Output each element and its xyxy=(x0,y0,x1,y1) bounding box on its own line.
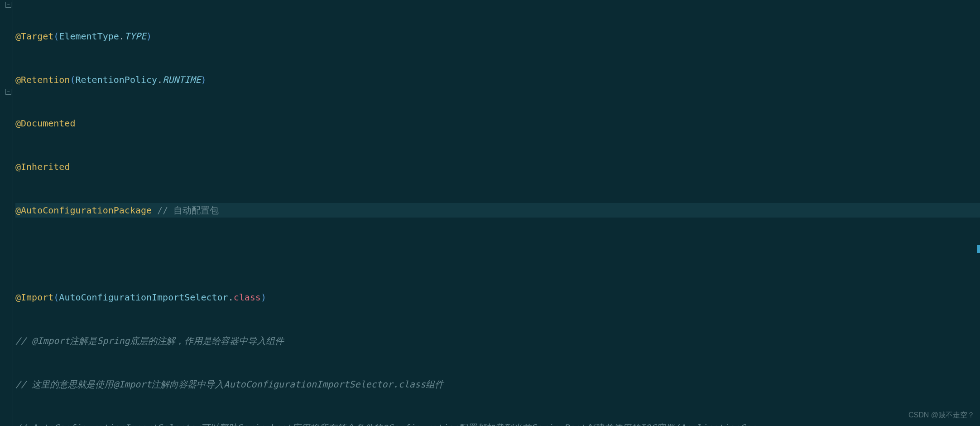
fold-marker-icon[interactable]: − xyxy=(5,2,11,8)
annotation: @Import xyxy=(15,292,53,303)
comment: // @Import注解是Spring底层的注解，作用是给容器中导入组件 xyxy=(15,335,284,346)
code-line: // 这里的意思就是使用@Import注解向容器中导入AutoConfigura… xyxy=(15,377,980,392)
code-line: // AutoConfigurationImportSelector可以帮助Sp… xyxy=(15,421,980,426)
keyword: class xyxy=(234,292,261,303)
type-ref: ElementType xyxy=(59,31,119,42)
code-line-highlighted: @AutoConfigurationPackage // 自动配置包 xyxy=(15,203,980,218)
paren: ( xyxy=(53,31,59,42)
annotation: @Documented xyxy=(15,118,75,129)
fold-marker-icon[interactable]: − xyxy=(5,89,11,95)
code-editor[interactable]: − − @Target(ElementType.TYPE) @Retention… xyxy=(0,0,980,426)
code-line: @Documented xyxy=(15,116,980,131)
code-line: @Import(AutoConfigurationImportSelector.… xyxy=(15,290,980,305)
code-line: @Target(ElementType.TYPE) xyxy=(15,29,980,44)
annotation: @Target xyxy=(15,31,53,42)
annotation: @Inherited xyxy=(15,161,70,172)
code-line-blank xyxy=(15,247,980,261)
annotation: @AutoConfigurationPackage xyxy=(15,205,152,216)
scroll-marker[interactable] xyxy=(977,245,980,253)
code-line: // @Import注解是Spring底层的注解，作用是给容器中导入组件 xyxy=(15,334,980,348)
comment: // 这里的意思就是使用@Import注解向容器中导入AutoConfigura… xyxy=(15,379,444,390)
type-ref: RetentionPolicy xyxy=(75,74,157,85)
code-line: @Retention(RetentionPolicy.RUNTIME) xyxy=(15,73,980,87)
type-ref: AutoConfigurationImportSelector xyxy=(59,292,228,303)
annotation: @Retention xyxy=(15,74,70,85)
code-area[interactable]: @Target(ElementType.TYPE) @Retention(Ret… xyxy=(15,0,980,426)
comment: // AutoConfigurationImportSelector可以帮助Sp… xyxy=(15,422,756,426)
constant: RUNTIME xyxy=(163,74,201,85)
code-line: @Inherited xyxy=(15,160,980,174)
constant: TYPE xyxy=(125,31,146,42)
comment: // 自动配置包 xyxy=(152,205,219,216)
watermark: CSDN @贼不走空？ xyxy=(908,408,975,422)
gutter: − − xyxy=(0,0,13,426)
